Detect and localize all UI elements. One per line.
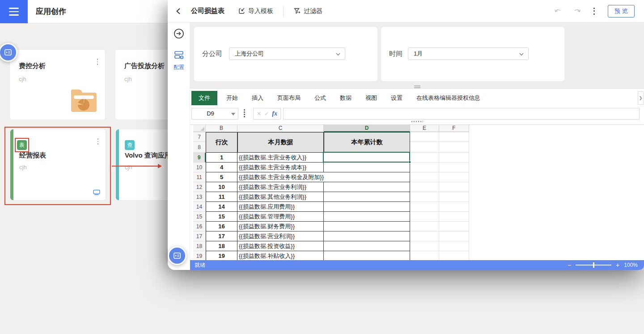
cell-E10[interactable] [410,163,439,172]
more-options-kebab[interactable] [592,6,596,16]
cell-C16[interactable]: {{损益数据.财务费用}} [237,222,324,231]
cell-E17[interactable] [410,231,439,241]
menu-tab-5[interactable]: 数据 [335,91,356,105]
column-header-B[interactable]: B [206,125,237,132]
column-header-E[interactable]: E [410,125,439,132]
cell-B15[interactable]: 15 [206,212,237,222]
cell-D16[interactable] [324,222,410,231]
cell-F12[interactable] [439,182,469,192]
cell-D13[interactable] [324,192,410,202]
cell-D17[interactable] [324,231,410,241]
menu-tab-8[interactable]: 在线表格编辑器授权信息 [411,91,485,105]
cell-C18[interactable]: {{损益数据.投资收益}} [237,241,324,251]
column-header-F[interactable]: F [439,125,469,132]
cell-D14[interactable] [324,202,410,212]
cell-D18[interactable] [324,241,410,251]
cell-E13[interactable] [410,192,439,202]
cell-C14[interactable]: {{损益数据.应用费用}} [237,202,324,212]
cell-B18[interactable]: 18 [206,241,237,251]
row-header-16[interactable]: 16 [193,222,206,231]
cell-C9[interactable]: {{损益数据.主营业务收入}} [237,153,324,163]
cell-C15[interactable]: {{损益数据.管理费用}} [237,212,324,222]
cell-F17[interactable] [439,231,469,241]
header-cell-ytd[interactable]: 本年累计数 [324,132,410,153]
cell-E19[interactable] [410,251,439,261]
cell-F14[interactable] [439,202,469,212]
cell-E11[interactable] [410,172,439,182]
app-card-business-report[interactable]: 表 经营报表 cjh [10,129,106,201]
select-all-corner[interactable] [193,125,206,132]
cell-empty[interactable] [410,142,439,153]
floating-feedback-button[interactable] [168,246,186,265]
cell-E14[interactable] [410,202,439,212]
row-header-7[interactable]: 7 [193,132,206,142]
cell-F18[interactable] [439,241,469,251]
cell-B14[interactable]: 14 [206,202,237,212]
cell-E9[interactable] [410,153,439,163]
cell-D19[interactable] [324,251,410,261]
header-cell-current-month[interactable]: 本月数据 [237,132,324,153]
row-header-11[interactable]: 11 [193,172,206,182]
menu-overflow-button[interactable]: ❯ [638,91,644,105]
cell-C13[interactable]: {{损益数据.其他业务利润}} [237,192,324,202]
cell-F9[interactable] [439,153,469,163]
column-header-D[interactable]: D [324,125,410,132]
card-kebab-menu[interactable] [97,137,100,146]
back-button[interactable] [175,7,182,15]
import-template-button[interactable]: 导入模板 [238,7,273,15]
cell-B12[interactable]: 10 [206,182,237,192]
menu-tab-1[interactable]: 开始 [221,91,243,105]
cell-E18[interactable] [410,241,439,251]
card-kebab-menu[interactable] [96,58,99,66]
cell-empty[interactable] [439,132,469,142]
collapse-arrow-icon[interactable] [174,28,184,41]
cell-C11[interactable]: {{损益数据.主营业务税金及附加}} [237,172,324,182]
cell-E15[interactable] [410,212,439,222]
row-header-8[interactable]: 8 [193,142,206,153]
cell-D15[interactable] [324,212,410,222]
cell-B16[interactable]: 16 [206,222,237,231]
cell-F10[interactable] [439,163,469,172]
row-header-18[interactable]: 18 [193,241,206,251]
cell-name-box[interactable]: D9 [191,108,238,120]
cell-D9[interactable] [324,153,410,163]
app-card-expense-analysis[interactable]: 费控分析 cjh [9,49,106,120]
row-header-17[interactable]: 17 [193,231,206,241]
cell-B11[interactable]: 5 [206,172,237,182]
insert-function-button[interactable]: fx [272,110,277,117]
formula-input[interactable] [283,108,640,120]
cell-F13[interactable] [439,192,469,202]
cell-B17[interactable]: 17 [206,231,237,241]
time-select[interactable]: 1月 [408,47,529,60]
header-cell-line-no[interactable]: 行次 [206,132,237,153]
cell-B19[interactable]: 19 [206,251,237,261]
branch-select[interactable]: 上海分公司 [229,47,345,60]
cell-B13[interactable]: 11 [206,192,237,202]
menu-tab-7[interactable]: 设置 [386,91,407,105]
formula-resize-handle[interactable] [411,121,423,122]
cell-D12[interactable] [324,182,410,192]
row-header-13[interactable]: 13 [193,192,206,202]
cell-empty[interactable] [410,132,439,142]
zoom-out-button[interactable]: − [568,262,571,268]
column-header-C[interactable]: C [237,125,324,132]
cancel-entry-icon[interactable]: ✕ [257,111,261,117]
row-header-19[interactable]: 19 [193,251,206,261]
preview-button[interactable]: 预 览 [608,5,635,17]
menu-tab-0[interactable]: 文件 [191,91,217,105]
cell-F15[interactable] [439,212,469,222]
cell-F11[interactable] [439,172,469,182]
redo-button[interactable] [573,7,581,15]
zoom-in-button[interactable]: + [616,262,619,268]
menu-tab-4[interactable]: 公式 [309,91,331,105]
menu-tab-2[interactable]: 插入 [247,91,268,105]
menu-tab-3[interactable]: 页面布局 [272,91,305,105]
cell-B10[interactable]: 4 [206,163,237,172]
cell-B9[interactable]: 1 [206,153,237,163]
zoom-slider-thumb[interactable] [593,262,594,268]
cell-F16[interactable] [439,222,469,231]
row-header-12[interactable]: 12 [193,182,206,192]
cell-D10[interactable] [324,163,410,172]
cell-C17[interactable]: {{损益数据.营业利润}} [237,231,324,241]
row-header-15[interactable]: 15 [193,212,206,222]
